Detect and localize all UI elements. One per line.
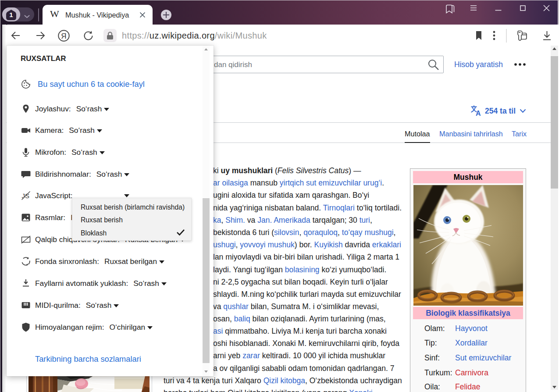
svg-text:Я: Я bbox=[61, 32, 66, 40]
svg-text:A: A bbox=[476, 110, 481, 117]
